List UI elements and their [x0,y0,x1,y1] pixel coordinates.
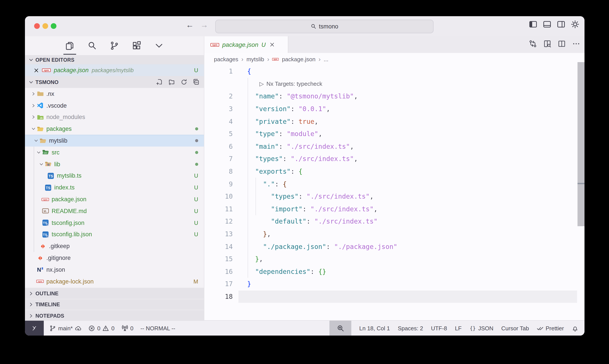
collapse-all-icon[interactable] [193,79,199,85]
status-right: Ln 18, Col 1Spaces: 2UTF-8LF{}JSONCursor… [329,321,584,336]
status-item-bell[interactable] [572,325,578,331]
status-item-main[interactable]: main* [50,325,82,331]
maximize-window-button[interactable] [51,23,56,29]
settings-gear-icon[interactable] [571,20,579,28]
code-line-13[interactable]: 13 }, [204,228,584,240]
navigate-back-button[interactable]: ← [185,21,195,30]
status-item-normal[interactable]: -- NORMAL -- [141,325,175,331]
sidebar-section-notepads[interactable]: NOTEPADS [25,310,204,321]
status-item-0[interactable]: 00 [89,325,115,331]
tree-item-.gitkeep[interactable]: .gitkeep [25,240,204,252]
explorer-section-header[interactable]: TSMONO [25,76,204,88]
code-line-8[interactable]: 8 "exports": { [204,165,584,178]
code-line-12[interactable]: 12 "default": "./src/index.ts" [204,215,584,228]
status-label: LF [455,325,462,331]
close-icon[interactable] [34,68,39,73]
minimize-window-button[interactable] [42,23,48,29]
command-center-search[interactable]: tsmono [215,20,434,33]
refresh-icon[interactable] [181,79,187,85]
code-line-2[interactable]: 2 "name": "@tsmono/mytslib", [204,90,584,103]
tree-item-index.ts[interactable]: TSindex.tsU [25,182,204,194]
code-line-4[interactable]: 4 "private": true, [204,115,584,128]
close-window-button[interactable] [34,23,40,29]
code-line-text: "types": "./src/index.ts", [247,155,358,163]
tree-item-tsconfig.json[interactable]: TStsconfig.jsonU [25,217,204,229]
activity-item-source-control[interactable] [109,39,120,52]
sidebar-section-timeline[interactable]: TIMELINE [25,299,204,310]
code-line-10[interactable]: 10 "types": "./src/index.ts", [204,190,584,203]
activity-item-search[interactable] [87,39,98,52]
code-editor[interactable]: 1{▷Nx Targets: typecheck2 "name": "@tsmo… [204,65,584,321]
code-line-16[interactable]: 16 "dependencies": {} [204,265,584,278]
status-item-json[interactable]: {}JSON [469,325,493,331]
git-status-badge: U [194,231,198,238]
codelens-label: Nx Targets: typecheck [266,81,322,87]
svg-text:npm: npm [212,43,218,46]
tree-item-src[interactable]: </>src [25,147,204,158]
section-title: OUTLINE [35,290,58,297]
tree-item-packages[interactable]: packages [25,123,204,135]
breadcrumb-separator: › [267,56,269,63]
tree-item-package.json[interactable]: npmpackage.jsonU [25,193,204,205]
more-actions-icon[interactable] [572,40,580,48]
sidebar-section-outline[interactable]: OUTLINE [25,287,204,299]
zoom-indicator[interactable] [329,321,351,336]
activity-item-extensions[interactable] [131,39,142,52]
tree-item-node-modules[interactable]: JSnode_modules [25,111,204,123]
code-line-14[interactable]: 14 "./package.json": "./package.json" [204,240,584,253]
split-editor-icon[interactable] [558,40,566,48]
tree-item-lib[interactable]: lib [25,158,204,170]
code-line-11[interactable]: 11 "import": "./src/index.ts", [204,203,584,215]
status-item-utf-8[interactable]: UTF-8 [431,325,447,331]
open-editor-item[interactable]: npm package.json packages/mytslib U [25,64,204,76]
open-changes-icon[interactable] [543,40,551,48]
toggle-panel-icon[interactable] [543,20,551,28]
breadcrumb-item[interactable]: packages [214,56,238,62]
toggle-primary-sidebar-icon[interactable] [529,20,537,28]
tree-item-.gitignore[interactable]: .gitignore [25,252,204,264]
new-file-icon[interactable] [156,79,163,85]
status-item-lf[interactable]: LF [455,325,462,331]
status-item-0[interactable]: 0 [121,325,133,331]
tree-item-.nx[interactable]: .nx [25,88,204,100]
npm-icon: npm [36,278,44,285]
code-line-9[interactable]: 9 ".": { [204,178,584,190]
breadcrumb-separator: › [319,56,321,63]
code-line-18[interactable]: 18 [204,290,584,303]
activity-item-explorer[interactable] [64,39,75,52]
compare-changes-icon[interactable] [529,40,537,48]
code-line-3[interactable]: 3 "version": "0.0.1", [204,103,584,115]
status-item-ln-18-col-1[interactable]: Ln 18, Col 1 [359,325,390,331]
breadcrumb-item[interactable]: package.json [282,56,315,62]
tree-item-mytslib[interactable]: mytslib [25,135,204,147]
close-tab-icon[interactable] [270,42,275,47]
status-item-prettier[interactable]: Prettier [537,325,564,331]
navigate-forward-button[interactable]: → [199,21,209,30]
open-editors-header[interactable]: OPEN EDITORS [25,55,204,64]
editor-scrollbar[interactable] [578,62,584,226]
status-item-spaces-2[interactable]: Spaces: 2 [398,325,423,331]
npm-icon: npm [272,58,279,61]
tree-item-README.md[interactable]: M↓README.mdU [25,205,204,217]
code-line-15[interactable]: 15 }, [204,253,584,265]
breadcrumb-item[interactable]: mytslib [246,56,264,62]
code-line-5[interactable]: 5 "type": "module", [204,128,584,140]
svg-text:npm: npm [274,58,278,60]
tree-item-mytslib.ts[interactable]: TSmytslib.tsU [25,170,204,182]
codelens-nx-targets[interactable]: ▷Nx Targets: typecheck [204,78,584,90]
new-folder-icon[interactable] [168,79,175,85]
tree-item-.vscode[interactable]: .vscode [25,100,204,112]
status-item-cursor-tab[interactable]: Cursor Tab [501,325,529,331]
tree-item-package-lock.json[interactable]: npmpackage-lock.jsonM [25,276,204,287]
code-line-1[interactable]: 1{ [204,65,584,78]
tab-package-json[interactable]: npm package.json U [204,36,288,53]
code-line-17[interactable]: 17} [204,278,584,290]
toggle-secondary-sidebar-icon[interactable] [557,20,565,28]
breadcrumb-item[interactable]: ... [324,56,329,62]
tree-item-nx.json[interactable]: Nnx.json [25,264,204,276]
remote-indicator[interactable] [25,321,44,336]
code-line-7[interactable]: 7 "types": "./src/index.ts", [204,153,584,165]
activity-item-more-views[interactable] [154,39,165,52]
code-line-6[interactable]: 6 "main": "./src/index.ts", [204,140,584,153]
tree-item-tsconfig.lib.json[interactable]: TStsconfig.lib.jsonU [25,229,204,240]
